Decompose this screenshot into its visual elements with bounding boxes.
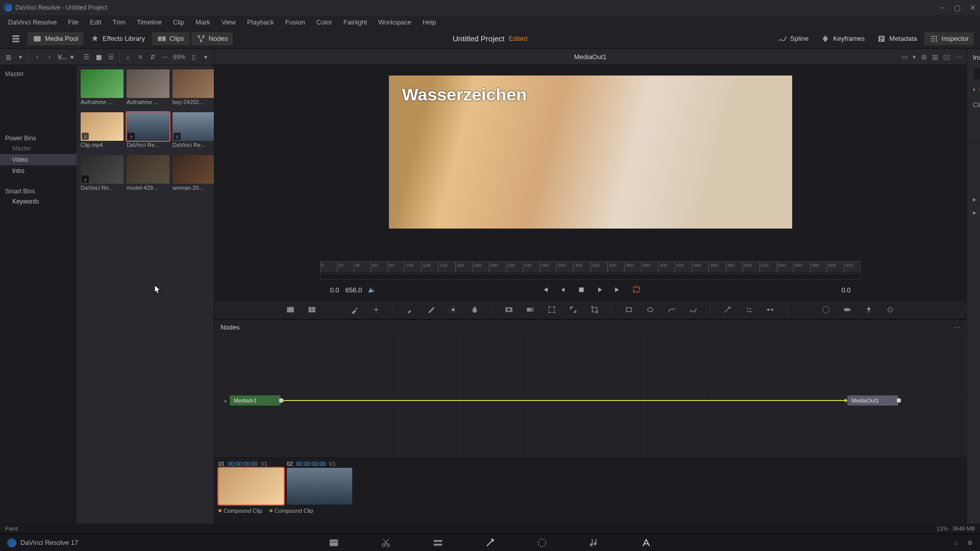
tool-particles-icon[interactable] <box>744 305 753 314</box>
stop-button[interactable] <box>577 285 586 294</box>
viewer-ruler[interactable]: 0204060801001201401601802002202402602803… <box>320 261 861 272</box>
tool-tracker-icon[interactable] <box>372 305 381 314</box>
page-media-icon[interactable] <box>328 537 339 548</box>
menu-file[interactable]: File <box>63 17 84 28</box>
menu-mark[interactable]: Mark <box>190 17 215 28</box>
viewer-guides-icon[interactable]: ⊞ <box>921 53 927 61</box>
menu-clip[interactable]: Clip <box>168 17 189 28</box>
step-back-button[interactable] <box>558 285 568 294</box>
toggle-effects-library[interactable]: Effects Library <box>85 32 150 45</box>
menu-color[interactable]: Color <box>311 17 337 28</box>
tool-wand-icon[interactable] <box>723 305 732 314</box>
viewer-fit-dropdown-icon[interactable]: ▾ <box>913 53 916 61</box>
source-color-space-header[interactable]: ▶Source Color Space <box>967 193 980 206</box>
menu-help[interactable]: Help <box>418 17 442 28</box>
home-icon[interactable]: ⌂ <box>954 539 958 546</box>
close-button[interactable]: ✕ <box>970 4 976 12</box>
media-thumb[interactable]: model-429... <box>127 155 169 195</box>
clip-card[interactable]: 0100:00:00:00V1 <box>218 461 284 505</box>
tool-rectangle-icon[interactable] <box>624 305 633 314</box>
bin-power-intro[interactable]: Intro <box>0 165 77 177</box>
minimize-button[interactable]: ─ <box>940 4 945 12</box>
page-fusion-icon[interactable] <box>484 537 496 548</box>
nodes-options-icon[interactable]: ⋯ <box>953 323 960 331</box>
pool-view-strip-icon[interactable]: ☱ <box>107 53 115 61</box>
bin-master[interactable]: Master <box>0 68 77 80</box>
tool-text-icon[interactable] <box>329 305 338 314</box>
node-connection[interactable] <box>283 400 847 401</box>
media-thumb[interactable]: boy-24202... <box>173 69 214 109</box>
page-cut-icon[interactable] <box>380 537 391 548</box>
pool-sort-label[interactable]: V... <box>58 54 66 61</box>
maximize-button[interactable]: ▢ <box>954 4 961 12</box>
menu-timeline[interactable]: Timeline <box>132 17 167 28</box>
tool-shape3d-icon[interactable] <box>821 305 830 314</box>
tool-brightness-icon[interactable] <box>449 305 458 314</box>
viewer-dual-icon[interactable]: ▯▯ <box>943 53 950 61</box>
media-thumb[interactable]: ♪DaVinci Re... <box>173 112 214 152</box>
toggle-inspector[interactable]: Inspector <box>924 32 974 45</box>
tool-pencil-icon[interactable] <box>427 305 436 314</box>
tool-crop-icon[interactable] <box>590 305 599 314</box>
pool-back-icon[interactable]: ‹ <box>33 53 41 61</box>
loop-button[interactable] <box>632 285 641 294</box>
go-last-button[interactable] <box>614 285 623 294</box>
node-graph-canvas[interactable]: MediaIn1 MediaOut1 <box>214 334 966 457</box>
filter-icon[interactable]: ≡ <box>136 53 144 61</box>
toggle-keyframes[interactable]: Keyframes <box>816 32 870 45</box>
pool-view-list-icon[interactable]: ☰ <box>83 53 91 61</box>
menu-fairlight[interactable]: Fairlight <box>338 17 372 28</box>
tool-matte-icon[interactable] <box>504 305 513 314</box>
page-fairlight-icon[interactable] <box>589 537 600 548</box>
menu-workspace[interactable]: Workspace <box>373 17 416 28</box>
source-gamma-space-header[interactable]: ▶Source Gamma Space <box>967 206 980 219</box>
tool-bspline-icon[interactable] <box>689 305 698 314</box>
tool-paint-icon[interactable] <box>350 305 359 314</box>
page-edit-icon[interactable] <box>432 537 444 548</box>
media-thumb[interactable]: Aufnahme ... <box>127 69 169 109</box>
media-thumb[interactable]: ♪DaVinci Re... <box>81 155 124 195</box>
menu-trim[interactable]: Trim <box>108 17 131 28</box>
page-color-icon[interactable] <box>536 537 548 548</box>
media-thumb[interactable]: Aufnahme ... <box>81 69 124 109</box>
tool-resize-icon[interactable] <box>569 305 578 314</box>
inspector-collapse-icon[interactable]: ▾ <box>973 87 975 92</box>
search-icon[interactable]: ⌕ <box>124 53 132 61</box>
toggle-spline[interactable]: Spline <box>773 32 814 45</box>
viewer-more-icon[interactable]: ⋯ <box>955 53 962 61</box>
media-thumb[interactable]: ♪DaVinci Re... <box>127 112 169 152</box>
node-mediaout[interactable]: MediaOut1 <box>847 395 898 406</box>
mute-icon[interactable]: 🔈 <box>368 286 376 293</box>
clip-thumb[interactable] <box>287 468 352 505</box>
tool-camera3d-icon[interactable] <box>843 305 852 314</box>
pool-split-icon[interactable]: ▯ <box>189 53 198 61</box>
expand-button[interactable] <box>6 32 26 45</box>
viewer-split-icon[interactable]: ▥ <box>932 53 938 61</box>
tool-3d-text-icon[interactable] <box>800 305 809 314</box>
pool-dropdown-icon[interactable]: ▾ <box>16 53 24 61</box>
tool-ellipse-icon[interactable] <box>646 305 655 314</box>
menu-playback[interactable]: Playback <box>242 17 279 28</box>
toggle-media-pool[interactable]: Media Pool <box>28 32 83 45</box>
node-mediain[interactable]: MediaIn1 <box>230 395 281 406</box>
media-thumb[interactable]: woman-20... <box>173 155 214 195</box>
menu-edit[interactable]: Edit <box>85 17 106 28</box>
settings-gear-icon[interactable]: ⚙ <box>967 539 973 546</box>
inspector-tab-tools[interactable]: Tools <box>974 68 980 80</box>
clip-card[interactable]: 0200:00:00:00V1 <box>287 461 352 505</box>
tool-brush-icon[interactable] <box>406 305 415 314</box>
page-deliver-icon[interactable] <box>641 537 652 548</box>
tool-render3d-icon[interactable] <box>886 305 895 314</box>
pool-view-grid-icon[interactable]: ▦ <box>95 53 103 61</box>
tool-blur-icon[interactable] <box>470 305 479 314</box>
play-button[interactable] <box>595 285 604 294</box>
bin-power-video[interactable]: Video <box>0 154 77 165</box>
menu-view[interactable]: View <box>216 17 241 28</box>
toggle-metadata[interactable]: Metadata <box>872 32 922 45</box>
menu-fusion[interactable]: Fusion <box>280 17 310 28</box>
go-first-button[interactable] <box>540 285 549 294</box>
pool-layout-icon[interactable]: ▥ <box>4 53 12 61</box>
menu-app[interactable]: DaVinci Resolve <box>3 17 62 28</box>
sort-icon[interactable]: ⇵ <box>149 53 157 61</box>
tool-prender-icon[interactable] <box>766 305 775 314</box>
